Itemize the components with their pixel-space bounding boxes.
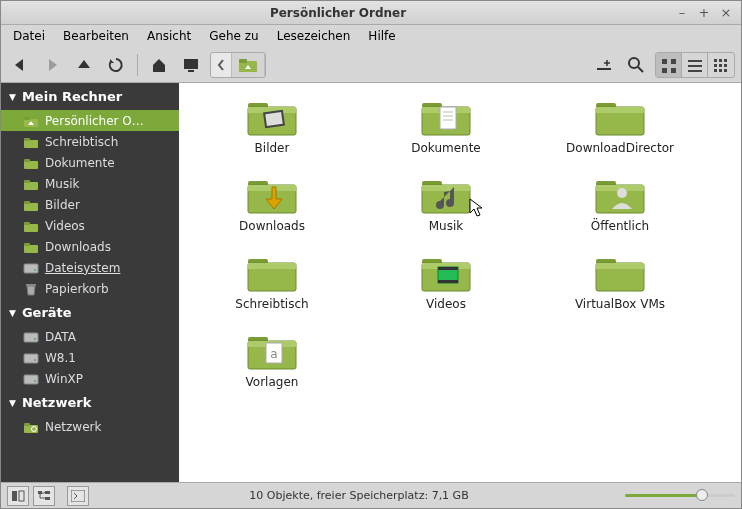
sidebar-item-home[interactable]: Persönlicher O… — [1, 110, 179, 131]
menu-help[interactable]: Hilfe — [360, 27, 403, 45]
sidebar-item-data[interactable]: DATA — [1, 326, 179, 347]
folder-icon — [23, 135, 39, 149]
folder-videos[interactable]: Videos — [361, 251, 531, 323]
svg-rect-12 — [688, 65, 702, 67]
folder-icon — [594, 97, 646, 137]
close-button[interactable]: × — [717, 5, 735, 21]
folder-vorlagen[interactable]: aVorlagen — [187, 329, 357, 401]
svg-rect-47 — [24, 423, 30, 426]
sidebar-header-network[interactable]: ▼ Netzwerk — [1, 389, 179, 416]
search-button[interactable] — [623, 52, 649, 78]
compact-icon — [713, 58, 729, 74]
svg-rect-15 — [719, 59, 722, 62]
svg-rect-17 — [714, 64, 717, 67]
home-icon — [150, 56, 168, 74]
folder-dokumente[interactable]: Dokumente — [361, 95, 531, 167]
folder-label: Downloads — [239, 219, 305, 233]
folder-virtualbox[interactable]: VirtualBox VMs — [535, 251, 705, 323]
forward-button[interactable] — [39, 52, 65, 78]
svg-rect-94 — [45, 491, 50, 494]
folder-label: DownloadDirector — [566, 141, 674, 155]
view-list-button[interactable] — [682, 53, 708, 78]
location-toggle-button[interactable] — [591, 52, 617, 78]
menu-go[interactable]: Gehe zu — [201, 27, 266, 45]
terminal-button[interactable] — [67, 486, 89, 506]
sidebar-header-devices[interactable]: ▼ Geräte — [1, 299, 179, 326]
sidebar-item-music[interactable]: Musik — [1, 173, 179, 194]
folder-icon — [246, 253, 298, 293]
sidebar-section-devices: ▼ Geräte DATAW8.1WinXP — [1, 299, 179, 389]
svg-rect-32 — [24, 201, 30, 204]
svg-rect-0 — [184, 59, 198, 69]
folder-bilder[interactable]: Bilder — [187, 95, 357, 167]
arrow-right-icon — [43, 56, 61, 74]
svg-line-6 — [638, 67, 643, 72]
svg-rect-44 — [24, 375, 38, 384]
pathbar[interactable] — [210, 52, 266, 78]
folder-label: VirtualBox VMs — [575, 297, 665, 311]
folder-label: Videos — [426, 297, 466, 311]
sidebar-item-label: DATA — [45, 330, 76, 344]
sidebar-item-winxp[interactable]: WinXP — [1, 368, 179, 389]
sidebar-tree-button[interactable] — [33, 486, 55, 506]
reload-button[interactable] — [103, 52, 129, 78]
menu-file[interactable]: Datei — [5, 27, 53, 45]
sidebar-item-pictures[interactable]: Bilder — [1, 194, 179, 215]
folder-label: Vorlagen — [246, 375, 299, 389]
folder-musik[interactable]: Musik — [361, 173, 531, 245]
sidebar-item-trash[interactable]: Papierkorb — [1, 278, 179, 299]
pathbar-home-segment[interactable] — [232, 53, 265, 77]
svg-point-41 — [34, 338, 36, 340]
svg-rect-30 — [24, 180, 30, 183]
svg-rect-18 — [719, 64, 722, 67]
up-button[interactable] — [71, 52, 97, 78]
chevron-left-icon — [217, 59, 225, 71]
sidebar-item-label: Schreibtisch — [45, 135, 118, 149]
minimize-button[interactable]: – — [673, 5, 691, 21]
folder-icon — [420, 97, 472, 137]
svg-rect-57 — [440, 107, 456, 129]
svg-rect-53 — [265, 112, 283, 126]
menu-edit[interactable]: Bearbeiten — [55, 27, 137, 45]
folder-downloads[interactable]: Downloads — [187, 173, 357, 245]
view-compact-button[interactable] — [708, 53, 734, 78]
folder-icon — [23, 198, 39, 212]
folder-schreibtisch[interactable]: Schreibtisch — [187, 251, 357, 323]
svg-rect-26 — [24, 138, 30, 141]
home-button[interactable] — [146, 52, 172, 78]
sidebar-item-documents[interactable]: Dokumente — [1, 152, 179, 173]
sidebar-item-filesystem[interactable]: Dateisystem — [1, 257, 179, 278]
drive-icon — [23, 351, 39, 365]
maximize-button[interactable]: + — [695, 5, 713, 21]
sidebar-places-button[interactable] — [7, 486, 29, 506]
sidebar-item-label: Persönlicher O… — [45, 114, 144, 128]
search-icon — [627, 56, 645, 74]
view-icons-button[interactable] — [656, 53, 682, 78]
back-button[interactable] — [7, 52, 33, 78]
sidebar-item-videos[interactable]: Videos — [1, 215, 179, 236]
folder-oeffentlich[interactable]: Öffentlich — [535, 173, 705, 245]
computer-button[interactable] — [178, 52, 204, 78]
folder-icon — [246, 97, 298, 137]
titlebar[interactable]: Persönlicher Ordner – + × — [1, 1, 741, 25]
zoom-thumb[interactable] — [696, 489, 708, 501]
folder-icon — [23, 240, 39, 254]
folder-label: Bilder — [255, 141, 290, 155]
svg-rect-91 — [12, 491, 17, 501]
sidebar[interactable]: ▼ Mein Rechner Persönlicher O…Schreibtis… — [1, 83, 179, 482]
sidebar-header-computer[interactable]: ▼ Mein Rechner — [1, 83, 179, 110]
sidebar-item-network[interactable]: Netzwerk — [1, 416, 179, 437]
folder-downloaddirector[interactable]: DownloadDirector — [535, 95, 705, 167]
list-icon — [687, 58, 703, 74]
sidebar-item-w81[interactable]: W8.1 — [1, 347, 179, 368]
sidebar-section-label: Mein Rechner — [22, 89, 122, 104]
menu-bookmarks[interactable]: Lesezeichen — [269, 27, 359, 45]
file-manager-window: Persönlicher Ordner – + × Datei Bearbeit… — [0, 0, 742, 509]
svg-rect-92 — [19, 491, 24, 501]
menu-view[interactable]: Ansicht — [139, 27, 199, 45]
content-pane[interactable]: BilderDokumenteDownloadDirectorDownloads… — [179, 83, 741, 482]
sidebar-item-downloads[interactable]: Downloads — [1, 236, 179, 257]
pathbar-toggle[interactable] — [211, 53, 232, 77]
sidebar-item-desktop[interactable]: Schreibtisch — [1, 131, 179, 152]
zoom-slider[interactable] — [625, 494, 735, 497]
